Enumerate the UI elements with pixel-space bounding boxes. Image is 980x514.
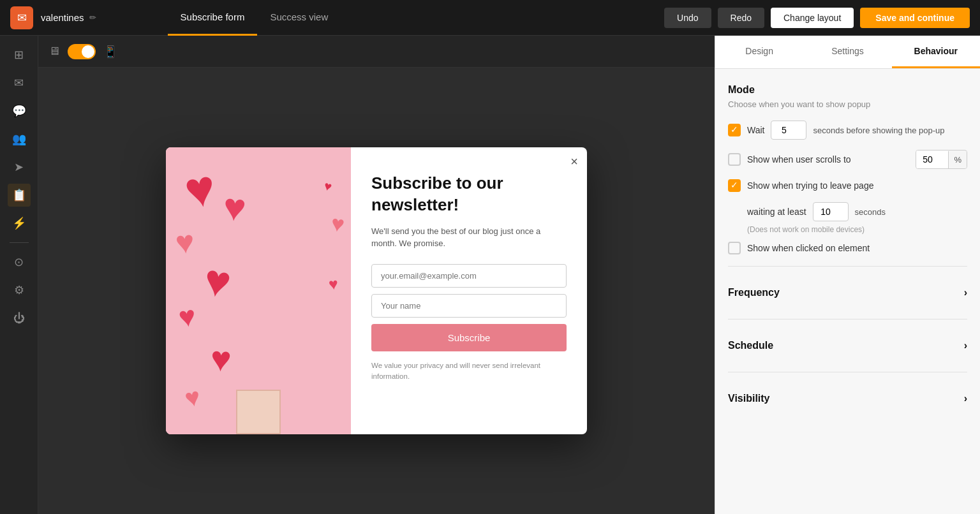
divider-1 — [728, 266, 967, 267]
app-logo: ✉ — [10, 6, 33, 29]
email-input[interactable] — [371, 264, 567, 288]
mobile-note: (Does not work on mobile devices) — [747, 225, 967, 234]
popup-image: ♥ ♥ ♥ ♥ ♥ ♥ ♥ ♥ ♥ ♥ — [166, 147, 351, 434]
frequency-section[interactable]: Frequency › — [728, 278, 967, 307]
sidebar-item-send[interactable]: ➤ — [8, 156, 31, 179]
canvas-area: 🖥 📱 ♥ ♥ ♥ ♥ ♥ ♥ ♥ ♥ ♥ — [38, 36, 715, 514]
heart-10: ♥ — [322, 179, 333, 195]
heart-6: ♥ — [209, 338, 232, 380]
topbar-tabs: Subscribe form Success view — [168, 0, 341, 36]
tab-design[interactable]: Design — [715, 36, 803, 68]
schedule-section[interactable]: Schedule › — [728, 331, 967, 360]
tab-success-view[interactable]: Success view — [257, 0, 341, 36]
topbar: ✉ valentines ✏ Subscribe form Success vi… — [0, 0, 980, 36]
sidebar-item-dashboard[interactable]: ⊞ — [8, 43, 31, 66]
wait-label-before: Wait — [747, 125, 764, 135]
visibility-section[interactable]: Visibility › — [728, 384, 967, 413]
scroll-label: Show when user scrolls to — [747, 154, 851, 165]
sidebar-item-alert[interactable]: ⊙ — [8, 251, 31, 274]
mobile-device-icon[interactable]: 📱 — [103, 45, 117, 59]
redo-button[interactable]: Redo — [718, 8, 764, 28]
left-sidebar: ⊞ ✉ 💬 👥 ➤ 📋 ⚡ ⊙ ⚙ ⏻ — [0, 36, 38, 514]
project-title: valentines ✏ — [41, 12, 96, 23]
heart-9: ♥ — [328, 274, 339, 293]
privacy-text: We value your privacy and will never sen… — [371, 360, 567, 383]
popup-modal: ♥ ♥ ♥ ♥ ♥ ♥ ♥ ♥ ♥ ♥ × — [166, 147, 587, 434]
canvas-toolbar: 🖥 📱 — [38, 36, 715, 68]
scroll-checkbox[interactable] — [728, 153, 741, 166]
tab-subscribe-form[interactable]: Subscribe form — [168, 0, 258, 36]
right-panel: Design Settings Behaviour Mode Choose wh… — [715, 36, 980, 514]
waiting-unit-label: seconds — [855, 207, 886, 217]
waiting-seconds-input[interactable] — [813, 202, 849, 221]
topbar-actions: Undo Redo Change layout Save and continu… — [664, 8, 970, 28]
project-name-label: valentines — [41, 12, 84, 23]
change-layout-button[interactable]: Change layout — [771, 8, 854, 28]
preview-toggle[interactable] — [68, 44, 96, 59]
save-continue-button[interactable]: Save and continue — [860, 8, 970, 28]
undo-button[interactable]: Undo — [664, 8, 711, 28]
schedule-chevron-icon: › — [964, 340, 967, 351]
heart-1: ♥ — [180, 158, 220, 221]
tab-behaviour[interactable]: Behaviour — [892, 36, 980, 68]
tab-settings[interactable]: Settings — [803, 36, 891, 68]
panel-tabs: Design Settings Behaviour — [715, 36, 980, 69]
leave-option-row: Show when trying to leave page — [728, 179, 967, 192]
popup-form-content: Subscribe to our newsletter! We'll send … — [371, 173, 567, 382]
heart-5: ♥ — [177, 299, 198, 334]
sidebar-item-power[interactable]: ⏻ — [8, 307, 31, 330]
waiting-label: waiting at least — [747, 207, 806, 217]
wait-seconds-input[interactable] — [771, 121, 806, 140]
divider-3 — [728, 372, 967, 372]
click-label: Show when clicked on element — [747, 243, 870, 253]
subscribe-button[interactable]: Subscribe — [371, 324, 567, 351]
sidebar-divider — [10, 242, 29, 243]
desktop-device-icon[interactable]: 🖥 — [48, 45, 60, 58]
visibility-title: Visibility — [728, 393, 770, 404]
frequency-title: Frequency — [728, 287, 780, 298]
leave-checkbox[interactable] — [728, 179, 741, 192]
heart-8: ♥ — [330, 210, 346, 238]
heart-3: ♥ — [174, 223, 197, 261]
scroll-option-row: Show when user scrolls to % — [728, 150, 967, 169]
edit-project-icon[interactable]: ✏ — [89, 13, 96, 22]
mode-title: Mode — [728, 84, 967, 96]
popup-close-button[interactable]: × — [570, 155, 578, 168]
percent-symbol: % — [948, 151, 967, 168]
scroll-percent-wrap: % — [916, 150, 967, 169]
leave-label: Show when trying to leave page — [747, 180, 873, 191]
heart-7: ♥ — [182, 382, 204, 413]
popup-description: We'll send you the best of our blog just… — [371, 225, 567, 250]
wait-label-after: seconds before showing the pop-up — [813, 126, 944, 135]
click-option-row: Show when clicked on element — [728, 242, 967, 254]
sidebar-item-settings[interactable]: ⚙ — [8, 279, 31, 302]
heart-4: ♥ — [200, 254, 235, 309]
mode-description: Choose when you want to show popup — [728, 99, 967, 109]
schedule-title: Schedule — [728, 340, 773, 351]
heart-2: ♥ — [221, 185, 248, 231]
frequency-chevron-icon: › — [964, 287, 967, 298]
sidebar-item-mail[interactable]: ✉ — [8, 71, 31, 94]
panel-body: Mode Choose when you want to show popup … — [715, 69, 980, 514]
popup-form-area: × Subscribe to our newsletter! We'll sen… — [351, 147, 587, 434]
sidebar-item-chat[interactable]: 💬 — [8, 99, 31, 122]
visibility-chevron-icon: › — [964, 393, 967, 404]
sidebar-item-users[interactable]: 👥 — [8, 128, 31, 151]
gift-box — [236, 390, 281, 434]
wait-checkbox[interactable] — [728, 124, 741, 136]
popup-title: Subscribe to our newsletter! — [371, 173, 567, 216]
sidebar-item-zap[interactable]: ⚡ — [8, 212, 31, 235]
wait-option-row: Wait seconds before showing the pop-up — [728, 121, 967, 140]
waiting-row: waiting at least seconds — [747, 202, 967, 221]
name-input[interactable] — [371, 294, 567, 318]
click-checkbox[interactable] — [728, 242, 741, 254]
main-layout: ⊞ ✉ 💬 👥 ➤ 📋 ⚡ ⊙ ⚙ ⏻ 🖥 📱 ♥ ♥ ♥ — [0, 36, 980, 514]
scroll-percent-input[interactable] — [916, 151, 948, 168]
canvas-content: ♥ ♥ ♥ ♥ ♥ ♥ ♥ ♥ ♥ ♥ × — [38, 68, 715, 514]
sidebar-item-forms[interactable]: 📋 — [8, 184, 31, 207]
hearts-background: ♥ ♥ ♥ ♥ ♥ ♥ ♥ ♥ ♥ ♥ — [166, 147, 351, 434]
divider-2 — [728, 319, 967, 319]
